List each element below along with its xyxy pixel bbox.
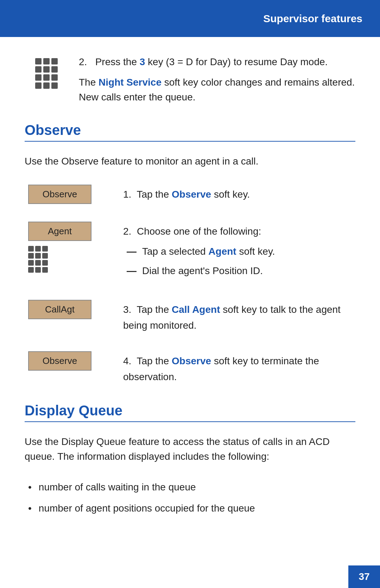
observe-softkey-2[interactable]: Observe (28, 351, 91, 371)
header-bar: Supervisor features (0, 0, 380, 37)
agent-link: Agent (208, 246, 236, 257)
header-title: Supervisor features (263, 13, 362, 25)
display-queue-heading: Display Queue (25, 403, 355, 422)
step-4-number: 4. (123, 355, 131, 366)
key-6 (51, 66, 58, 73)
bullet-text-2: number of agent positions occupied for t… (39, 501, 255, 516)
keypad-icon (35, 58, 58, 89)
softkey-col-2: Agent (25, 222, 123, 273)
step-2-number: 2. (123, 226, 131, 237)
agent-softkey[interactable]: Agent (28, 222, 91, 241)
step-2-content: 2. Choose one of the following: — Tap a … (123, 222, 355, 282)
key-2 (43, 58, 50, 64)
intro-step-text: 2. Press the 3 key (3 = D for Day) to re… (79, 55, 355, 105)
key-8 (43, 74, 50, 81)
bullet-list: • number of calls waiting in the queue •… (25, 480, 355, 516)
step-3-number: 3. (123, 304, 131, 315)
bullet-dot-2: • (28, 501, 32, 516)
sk-9 (42, 260, 48, 266)
sk-5 (35, 253, 41, 259)
step-2-sublist: — Tap a selected Agent soft key. — Dial … (123, 244, 355, 279)
observe-heading: Observe (25, 122, 355, 142)
softkey-col-4: Observe (25, 351, 123, 371)
bullet-dot-1: • (28, 480, 32, 495)
sk-3 (42, 246, 48, 252)
call-agent-link: Call Agent (172, 304, 220, 315)
callagt-softkey[interactable]: CallAgt (28, 300, 91, 319)
observe-step-3: CallAgt 3. Tap the Call Agent soft key t… (25, 300, 355, 334)
keypad-small (28, 246, 48, 273)
key-1 (35, 58, 42, 64)
step-number: 2. (79, 56, 87, 67)
key-4 (35, 66, 42, 73)
observe-step-4: Observe 4. Tap the Observe soft key to t… (25, 351, 355, 385)
sk-6 (42, 253, 48, 259)
page-number: 37 (348, 565, 380, 588)
sublist-1-text: Tap a selected Agent soft key. (142, 244, 275, 260)
observe-link-2: Observe (172, 355, 211, 366)
dash-1: — (127, 244, 137, 260)
observe-softkey-1[interactable]: Observe (28, 185, 91, 204)
sk-1 (28, 246, 34, 252)
dash-2: — (127, 263, 137, 279)
key-9 (51, 74, 58, 81)
key-number: 3 (140, 56, 145, 67)
key-12 (51, 82, 58, 89)
night-service-link: Night Service (99, 77, 162, 88)
display-queue-section: Display Queue Use the Display Queue feat… (25, 403, 355, 516)
sk-7 (28, 260, 34, 266)
sk-11 (35, 267, 41, 273)
step-3-content: 3. Tap the Call Agent soft key to talk t… (123, 300, 355, 334)
observe-intro: Use the Observe feature to monitor an ag… (25, 154, 355, 169)
step-4-content: 4. Tap the Observe soft key to terminate… (123, 351, 355, 385)
step-1-content: 1. Tap the Observe soft key. (123, 185, 355, 203)
bullet-text-1: number of calls waiting in the queue (39, 480, 196, 495)
observe-section: Observe Use the Observe feature to monit… (25, 122, 355, 385)
bullet-item-1: • number of calls waiting in the queue (28, 480, 355, 495)
bullet-item-2: • number of agent positions occupied for… (28, 501, 355, 516)
sk-10 (28, 267, 34, 273)
sk-4 (28, 253, 34, 259)
sublist-item-1: — Tap a selected Agent soft key. (127, 244, 355, 260)
softkey-col-3: CallAgt (25, 300, 123, 319)
sk-12 (42, 267, 48, 273)
main-content: 2. Press the 3 key (3 = D for Day) to re… (0, 37, 380, 550)
sk-8 (35, 260, 41, 266)
softkey-col-1: Observe (25, 185, 123, 204)
display-queue-intro: Use the Display Queue feature to access … (25, 434, 355, 464)
sublist-item-2: — Dial the agent's Position ID. (127, 263, 355, 279)
observe-link-1: Observe (172, 189, 211, 200)
intro-step-block: 2. Press the 3 key (3 = D for Day) to re… (25, 55, 355, 105)
key-5 (43, 66, 50, 73)
key-11 (43, 82, 50, 89)
key-7 (35, 74, 42, 81)
sublist-2-text: Dial the agent's Position ID. (142, 263, 263, 279)
step-1-number: 1. (123, 189, 131, 200)
observe-step-2: Agent 2. Choose one of the (25, 222, 355, 282)
key-3 (51, 58, 58, 64)
observe-step-1: Observe 1. Tap the Observe soft key. (25, 185, 355, 204)
key-10 (35, 82, 42, 89)
sk-2 (35, 246, 41, 252)
